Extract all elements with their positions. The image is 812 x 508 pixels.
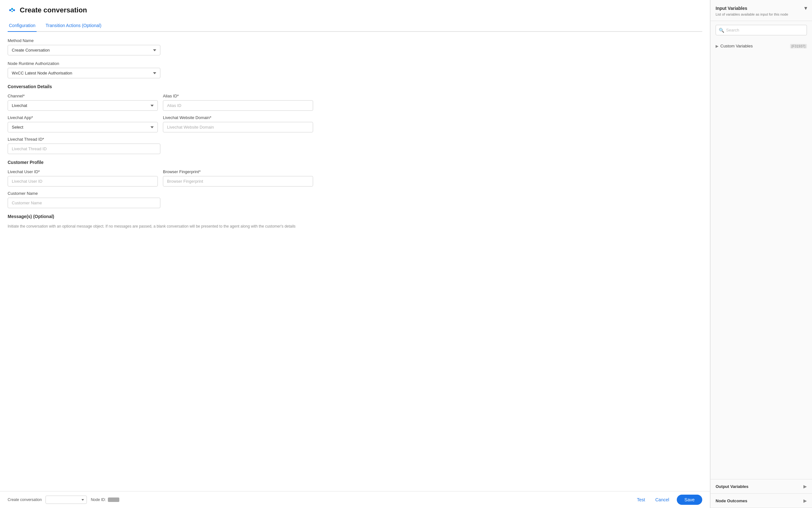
right-panel-chevron-icon: ▾ [804, 5, 807, 11]
right-panel-footer: Output Variables ▶ Node Outcomes ▶ [711, 479, 812, 508]
browser-fp-input[interactable] [163, 176, 313, 186]
livechat-app-group: Livechat App* Select [8, 115, 158, 132]
node-outcomes-chevron-icon: ▶ [803, 498, 807, 503]
browser-fp-label: Browser Fingerprint* [163, 169, 313, 174]
livechat-website-input[interactable] [163, 122, 313, 132]
right-panel-title-row: Input Variables ▾ [716, 5, 807, 11]
page-title: Create conversation [20, 6, 87, 14]
conversation-details-section: Conversation Details Channel* Livechat A… [8, 84, 702, 154]
livechat-user-label: Livechat User ID* [8, 169, 158, 174]
livechat-thread-group: Livechat Thread ID* [8, 137, 161, 154]
channel-select[interactable]: Livechat [8, 100, 158, 111]
svg-point-2 [13, 9, 15, 11]
alias-id-label: Alias ID* [163, 94, 313, 98]
customer-profile-section: Customer Profile Livechat User ID* Brows… [8, 160, 702, 208]
svg-point-3 [11, 11, 13, 12]
method-name-select[interactable]: Create Conversation [8, 45, 161, 55]
custom-variables-badge: [F31937] [790, 44, 807, 48]
custom-variables-item[interactable]: ▶ Custom Variables [F31937] [716, 42, 807, 50]
svg-point-1 [11, 8, 13, 10]
auth-select[interactable]: WxCC Latest Node Authorisation [8, 68, 161, 78]
customer-name-group: Customer Name [8, 191, 161, 208]
method-name-label: Method Name [8, 38, 702, 43]
right-panel-subtitle: List of variables available as input for… [716, 12, 807, 17]
auth-label: Node Runtime Authorization [8, 61, 702, 66]
search-icon: 🔍 [719, 28, 724, 33]
title-row: Create conversation [8, 6, 702, 15]
footer: Create conversation Node ID: Test Cancel… [0, 491, 710, 508]
tab-configuration[interactable]: Configuration [8, 20, 37, 32]
search-box: 🔍 [716, 25, 807, 35]
node-outcomes-label: Node Outcomes [716, 499, 748, 503]
node-id-value [108, 498, 119, 502]
right-panel-header: Input Variables ▾ List of variables avai… [711, 0, 812, 21]
custom-variables-label: Custom Variables [720, 44, 788, 48]
alias-id-group: Alias ID* [163, 94, 313, 111]
alias-id-input[interactable] [163, 100, 313, 111]
channel-label: Channel* [8, 94, 158, 98]
livechat-user-group: Livechat User ID* [8, 169, 158, 186]
auth-group: Node Runtime Authorization WxCC Latest N… [8, 61, 702, 78]
customer-name-label: Customer Name [8, 191, 161, 196]
test-button[interactable]: Test [634, 495, 648, 504]
output-variables-label: Output Variables [716, 484, 749, 489]
svg-point-0 [9, 9, 11, 11]
node-outcomes-section[interactable]: Node Outcomes ▶ [711, 494, 812, 508]
right-panel: Input Variables ▾ List of variables avai… [710, 0, 812, 508]
livechat-app-label: Livechat App* [8, 115, 158, 120]
conversation-details-heading: Conversation Details [8, 84, 702, 89]
messages-description: Initiate the conversation with an option… [8, 223, 702, 229]
variables-section: ▶ Custom Variables [F31937] [711, 39, 812, 53]
tabs-container: Configuration Transition Actions (Option… [8, 20, 702, 32]
livechat-thread-label: Livechat Thread ID* [8, 137, 161, 142]
output-variables-section[interactable]: Output Variables ▶ [711, 479, 812, 494]
browser-fp-group: Browser Fingerprint* [163, 169, 313, 186]
livechat-user-input[interactable] [8, 176, 158, 186]
header: Create conversation Configuration Transi… [0, 0, 710, 32]
search-input[interactable] [716, 25, 807, 35]
livechat-thread-input[interactable] [8, 143, 161, 154]
method-name-group: Method Name Create Conversation [8, 38, 702, 55]
messages-heading: Message(s) (Optional) [8, 214, 702, 219]
messages-section: Message(s) (Optional) Initiate the conve… [8, 214, 702, 229]
footer-dropdown[interactable] [45, 496, 87, 504]
custom-variables-chevron-icon: ▶ [716, 44, 718, 48]
customer-name-input[interactable] [8, 198, 161, 208]
channel-group: Channel* Livechat [8, 94, 158, 111]
cisco-logo-icon [8, 6, 16, 15]
livechat-website-group: Livechat Website Domain* [163, 115, 313, 132]
content-area: Method Name Create Conversation Node Run… [0, 32, 710, 491]
save-button[interactable]: Save [677, 495, 702, 505]
footer-node-id: Node ID: [91, 498, 119, 502]
footer-actions: Test Cancel Save [634, 495, 702, 505]
cancel-button[interactable]: Cancel [652, 495, 672, 504]
left-panel: Create conversation Configuration Transi… [0, 0, 710, 508]
tab-transition-actions[interactable]: Transition Actions (Optional) [44, 20, 102, 32]
footer-label: Create conversation [8, 498, 42, 502]
customer-profile-heading: Customer Profile [8, 160, 702, 165]
livechat-website-label: Livechat Website Domain* [163, 115, 313, 120]
input-variables-title: Input Variables [716, 6, 748, 11]
output-variables-chevron-icon: ▶ [803, 484, 807, 489]
livechat-app-select[interactable]: Select [8, 122, 158, 132]
